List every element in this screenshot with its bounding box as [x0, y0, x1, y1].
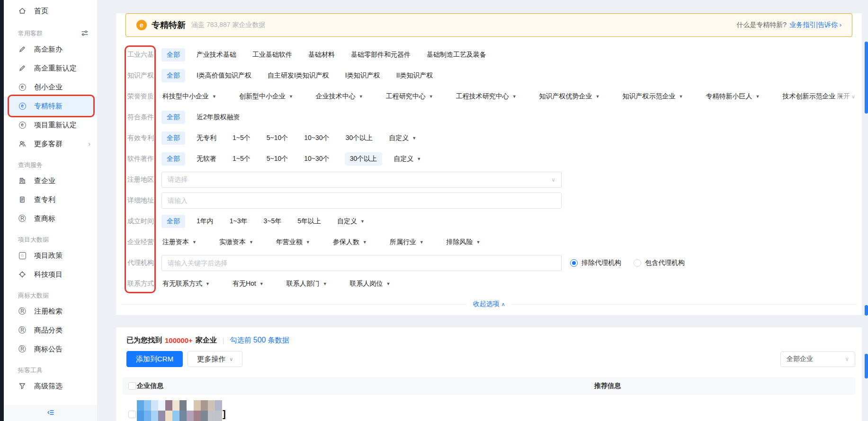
sidebar-item-search-company[interactable]: 查企业	[4, 171, 97, 190]
filter-option[interactable]: 基础零部件和元器件	[350, 48, 412, 61]
filter-option[interactable]: 5~10个	[266, 132, 289, 145]
radio-include-agency[interactable]: 包含代理机构	[634, 259, 685, 267]
filter-option[interactable]: 参保人数▼	[332, 236, 368, 249]
filter-option[interactable]: 科技型中小企业▼	[161, 90, 217, 103]
chevron-down-icon: ∨	[229, 356, 233, 362]
filter-option[interactable]: 有无联系方式▼	[161, 277, 211, 290]
sidebar-item-register-search[interactable]: Ⓡ 注册检索	[4, 302, 97, 321]
filter-option[interactable]: 1年内	[196, 215, 215, 228]
radio-exclude-agency[interactable]: 排除代理机构	[570, 259, 621, 267]
masked-pixel	[172, 411, 179, 421]
filter-label: 注册地区	[127, 175, 155, 184]
filter-option[interactable]: 10~30个	[303, 132, 330, 145]
more-operations-button[interactable]: 更多操作∨	[188, 351, 242, 367]
sidebar-item-zhuanjingtexin[interactable]: e 专精特新	[4, 96, 97, 115]
select-all-checkbox[interactable]	[128, 382, 136, 390]
filter-option[interactable]: 基础制造工艺及装备	[426, 48, 487, 61]
sidebar-item-home[interactable]: 首页	[4, 0, 97, 22]
filter-option[interactable]: 全部	[161, 69, 185, 82]
filter-option[interactable]: 年营业额▼	[275, 236, 311, 249]
collapse-sidebar-icon[interactable]	[47, 409, 54, 418]
filter-option[interactable]: 实缴资本▼	[218, 236, 254, 249]
filter-option[interactable]: 联系人部门▼	[286, 277, 328, 290]
filter-option[interactable]: I类知识产权	[344, 69, 381, 82]
filter-option[interactable]: 1~5个	[232, 132, 251, 145]
filter-option[interactable]: 技术创新示范企业▼	[781, 90, 844, 103]
filter-option[interactable]: 自定义▼	[336, 215, 366, 228]
sidebar-item-tech-project[interactable]: 科技项目	[4, 265, 97, 284]
filter-option[interactable]: 30个以上	[345, 152, 383, 166]
filter-option[interactable]: 自主研发I类知识产权	[267, 69, 330, 82]
filter-option[interactable]: 基础材料	[307, 48, 336, 61]
masked-pixel	[208, 400, 215, 411]
scrollbar-thumb[interactable]	[865, 305, 868, 316]
region-select[interactable]: 请选择 ∨	[161, 172, 562, 188]
banner-guide-link[interactable]: 业务指引|告诉你 ›	[789, 21, 841, 29]
sidebar-item-search-patent[interactable]: 查专利	[4, 190, 97, 209]
filter-option[interactable]: 1~3年	[229, 215, 249, 228]
chevron-down-icon: ∨	[551, 176, 555, 183]
scrollbar-thumb[interactable]	[865, 42, 868, 114]
filter-option[interactable]: 30个以上	[345, 132, 374, 145]
caret-down-icon: ▼	[360, 219, 365, 224]
sliders-icon[interactable]	[81, 29, 89, 38]
chevron-right-icon: ›	[88, 140, 90, 148]
filter-options: 全部产业技术基础工业基础软件基础材料基础零部件和元器件基础制造工艺及装备	[161, 48, 501, 61]
sidebar-item-gaoqi-new[interactable]: 高企新办	[4, 40, 97, 59]
filter-option[interactable]: 知识产权示范企业▼	[622, 90, 684, 103]
filter-option[interactable]: 近2年股权融资	[196, 111, 241, 124]
filter-option[interactable]: 3~5年	[263, 215, 283, 228]
filter-option[interactable]: 产业技术基础	[196, 48, 237, 61]
filter-options: 全部I类高价值知识产权自主研发I类知识产权I类知识产权II类知识产权	[161, 69, 448, 82]
scrollbar-thumb[interactable]	[865, 354, 868, 378]
filter-option[interactable]: 1~5个	[232, 152, 251, 166]
filter-option[interactable]: 专精特新小巨人▼	[705, 90, 761, 103]
filter-label: 成立时间	[127, 217, 155, 226]
address-input[interactable]	[161, 193, 562, 209]
filter-option[interactable]: 排除风险▼	[446, 236, 482, 249]
filter-option[interactable]: 10~30个	[303, 152, 330, 166]
filter-option[interactable]: 全部	[161, 215, 185, 228]
filter-option[interactable]: 自定义▼	[393, 152, 422, 166]
sidebar-item-search-trademark[interactable]: Ⓡ 查商标	[4, 209, 97, 228]
filter-option[interactable]: 全部	[161, 111, 185, 124]
sidebar-item-gaoqi-renew[interactable]: 高企重新认定	[4, 59, 97, 78]
filter-option[interactable]: 知识产权优势企业▼	[538, 90, 601, 103]
filter-option[interactable]: 有无Hot▼	[232, 277, 265, 290]
filter-option[interactable]: 全部	[161, 152, 185, 166]
filter-option[interactable]: 工业基础软件	[251, 48, 293, 61]
expand-link[interactable]: 展开∨	[837, 92, 855, 101]
filter-option[interactable]: 创新型中小企业▼	[238, 90, 294, 103]
sidebar-item-project-renew[interactable]: e 项目重新认定	[4, 115, 97, 134]
filter-option[interactable]: 无专利	[196, 132, 217, 145]
sidebar-item-advanced-filter[interactable]: 高级筛选	[4, 377, 97, 395]
filter-option[interactable]: II类知识产权	[395, 69, 434, 82]
sidebar-item-project-policy[interactable]: ☆ 项目政策	[4, 246, 97, 265]
filter-option[interactable]: 5~10个	[266, 152, 289, 166]
registered-icon: Ⓡ	[18, 345, 27, 353]
filter-option[interactable]: 联系人岗位▼	[349, 277, 392, 290]
filter-option[interactable]: 工程研究中心▼	[385, 90, 434, 103]
filter-option[interactable]: 全部	[161, 48, 185, 61]
agency-input[interactable]	[161, 255, 562, 271]
filter-option[interactable]: 5年以上	[296, 215, 322, 228]
filter-option[interactable]: 所属行业▼	[389, 236, 425, 249]
filter-option[interactable]: 注册资本▼	[161, 236, 197, 249]
sidebar-item-chuangxiao[interactable]: e 创小企业	[4, 78, 97, 96]
sidebar-item-goods-category[interactable]: Ⓡ 商品分类	[4, 321, 97, 340]
chevron-down-icon: ∨	[845, 356, 849, 362]
sidebar-item-more-groups[interactable]: 更多客群 ›	[4, 134, 97, 153]
filter-option[interactable]: 自定义▼	[388, 132, 417, 145]
row-checkbox[interactable]	[128, 411, 136, 418]
add-to-crm-button[interactable]: 添加到CRM	[126, 351, 183, 367]
check-first-500-link[interactable]: 勾选前500条数据	[230, 336, 289, 345]
filter-option[interactable]: 工程技术研究中心▼	[455, 90, 518, 103]
collapse-options-link[interactable]: 收起选项∧	[473, 300, 505, 308]
filter-option[interactable]: 全部	[161, 132, 185, 145]
sidebar-item-trademark-gazette[interactable]: Ⓡ 商标公告	[4, 340, 97, 359]
filter-option[interactable]: I类高价值知识产权	[196, 69, 252, 82]
company-scope-select[interactable]: 全部企业∨	[780, 351, 855, 367]
filter-option[interactable]: 无软著	[196, 152, 217, 166]
filter-option[interactable]: 企业技术中心▼	[315, 90, 364, 103]
filter-card: e 专精特新 涵盖 783,887 家企业数据 什么是专精特新? 业务指引|告诉…	[116, 13, 862, 315]
